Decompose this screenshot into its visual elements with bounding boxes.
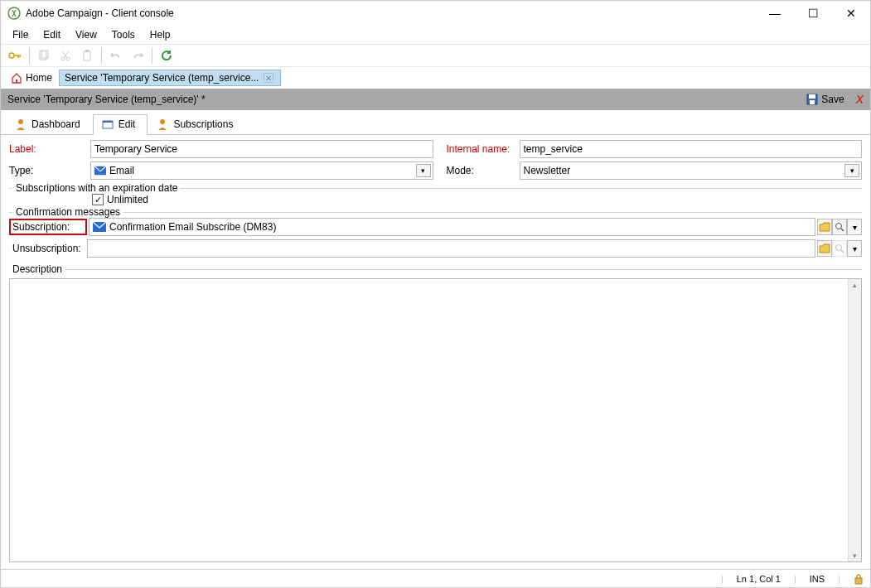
breadcrumb-tab[interactable]: Service 'Temporary Service (temp_service…	[59, 70, 281, 86]
app-icon	[7, 7, 21, 20]
tab-edit[interactable]: Edit	[93, 114, 148, 135]
window-minimize-button[interactable]: —	[756, 1, 794, 26]
description-legend: Description	[9, 263, 65, 275]
unsubscription-label: Unsubscription:	[9, 243, 87, 254]
toolbar-key-button[interactable]	[6, 46, 24, 65]
svg-rect-8	[16, 80, 17, 83]
confirmation-fieldset: Confirmation messages Subscription: Conf…	[9, 212, 862, 263]
unlimited-label: Unlimited	[107, 194, 148, 205]
form-area: Label: Temporary Service Internal name: …	[1, 135, 870, 569]
save-button[interactable]: Save	[801, 92, 849, 107]
search-icon	[835, 222, 844, 232]
person-icon	[15, 118, 27, 130]
breadcrumb-home-label: Home	[26, 72, 52, 84]
svg-point-12	[18, 119, 23, 124]
status-bar: | Ln 1, Col 1 | INS |	[1, 569, 870, 587]
svg-point-18	[836, 224, 842, 229]
folder-icon	[819, 222, 830, 232]
internal-name-label: Internal name:	[447, 143, 515, 155]
menu-file[interactable]: File	[6, 27, 35, 42]
chevron-down-icon[interactable]: ▾	[416, 164, 431, 177]
description-fieldset: Description ▴ ▾	[9, 269, 862, 562]
internal-name-input-value: temp_service	[524, 143, 583, 155]
toolbar-copy-button[interactable]	[35, 46, 53, 65]
breadcrumb-tab-close-icon[interactable]: ✕	[264, 73, 273, 83]
lock-icon	[854, 573, 864, 585]
menu-tools[interactable]: Tools	[105, 27, 142, 42]
tab-edit-label: Edit	[119, 118, 136, 130]
scrollbar[interactable]: ▴ ▾	[848, 279, 861, 561]
svg-rect-6	[84, 51, 90, 60]
menu-view[interactable]: View	[69, 27, 104, 42]
email-icon	[93, 222, 106, 232]
subscription-label: Subscription:	[9, 219, 87, 235]
tab-dashboard-label: Dashboard	[31, 118, 80, 130]
chevron-down-icon[interactable]: ▾	[844, 164, 859, 177]
type-select-value: Email	[109, 165, 134, 176]
save-button-label: Save	[821, 94, 844, 105]
mode-label: Mode:	[447, 165, 515, 176]
save-icon	[806, 94, 818, 105]
subscription-browse-button[interactable]	[817, 219, 832, 235]
status-cursor-position: Ln 1, Col 1	[737, 574, 781, 584]
toolbar-paste-button[interactable]	[78, 46, 96, 65]
svg-point-19	[836, 245, 842, 251]
type-select[interactable]: Email ▾	[90, 161, 433, 180]
content-header: Service 'Temporary Service (temp_service…	[1, 89, 870, 110]
type-label: Type:	[9, 165, 85, 176]
edit-icon	[102, 118, 114, 130]
tabs: Dashboard Edit Subscriptions	[1, 110, 870, 135]
folder-icon	[819, 243, 830, 253]
mode-select[interactable]: Newsletter ▾	[520, 161, 863, 180]
person-icon	[157, 118, 168, 130]
toolbar-undo-button[interactable]	[107, 46, 125, 65]
toolbar-refresh-button[interactable]	[157, 46, 176, 65]
svg-point-15	[160, 119, 165, 124]
svg-point-1	[9, 53, 14, 58]
search-icon	[835, 243, 844, 253]
breadcrumb-home[interactable]: Home	[6, 70, 57, 85]
unsubscription-dropdown-button[interactable]: ▾	[847, 240, 862, 257]
scroll-down-icon[interactable]: ▾	[853, 552, 857, 560]
window-title: Adobe Campaign - Client console	[26, 7, 756, 19]
internal-name-input[interactable]: temp_service	[520, 140, 863, 158]
tab-subscriptions[interactable]: Subscriptions	[148, 114, 245, 135]
subscription-input-value: Confirmation Email Subscribe (DM83)	[109, 221, 276, 233]
breadcrumb-tab-label: Service 'Temporary Service (temp_service…	[65, 72, 259, 84]
svg-rect-20	[855, 578, 862, 584]
subscription-dropdown-button[interactable]: ▾	[847, 219, 862, 235]
unsubscription-browse-button[interactable]	[817, 240, 832, 257]
content-close-button[interactable]: X	[856, 93, 864, 106]
tab-dashboard[interactable]: Dashboard	[6, 114, 93, 135]
unsubscription-search-button[interactable]	[832, 240, 847, 257]
toolbar-cut-button[interactable]	[56, 46, 75, 65]
email-icon	[94, 166, 106, 176]
subscription-input[interactable]: Confirmation Email Subscribe (DM83)	[89, 218, 815, 236]
scroll-up-icon[interactable]: ▴	[853, 281, 857, 289]
window-maximize-button[interactable]: ☐	[794, 1, 832, 26]
label-input[interactable]: Temporary Service	[90, 140, 433, 158]
label-input-value: Temporary Service	[94, 143, 177, 155]
menu-edit[interactable]: Edit	[36, 27, 67, 42]
toolbar-redo-button[interactable]	[128, 46, 147, 65]
subscription-search-button[interactable]	[832, 219, 847, 235]
svg-rect-10	[809, 94, 815, 99]
home-icon	[11, 72, 22, 84]
window-close-button[interactable]: ✕	[832, 1, 870, 26]
menu-help[interactable]: Help	[143, 27, 177, 42]
expiration-legend: Subscriptions with an expiration date	[12, 182, 181, 194]
unlimited-checkbox[interactable]: ✓	[92, 194, 104, 205]
tab-subscriptions-label: Subscriptions	[173, 118, 233, 130]
confirmation-legend: Confirmation messages	[12, 206, 123, 218]
toolbar	[1, 44, 870, 67]
svg-rect-14	[103, 121, 113, 123]
mode-select-value: Newsletter	[524, 165, 571, 176]
breadcrumb-bar: Home Service 'Temporary Service (temp_se…	[1, 67, 870, 89]
menu-bar: File Edit View Tools Help	[1, 26, 870, 44]
title-bar: Adobe Campaign - Client console — ☐ ✕	[1, 1, 870, 26]
unsubscription-input[interactable]	[87, 239, 815, 258]
description-textarea[interactable]: ▴ ▾	[9, 278, 862, 562]
status-insert-mode: INS	[810, 574, 825, 584]
svg-rect-7	[85, 50, 89, 52]
expiration-fieldset: Subscriptions with an expiration date ✓ …	[9, 188, 862, 207]
